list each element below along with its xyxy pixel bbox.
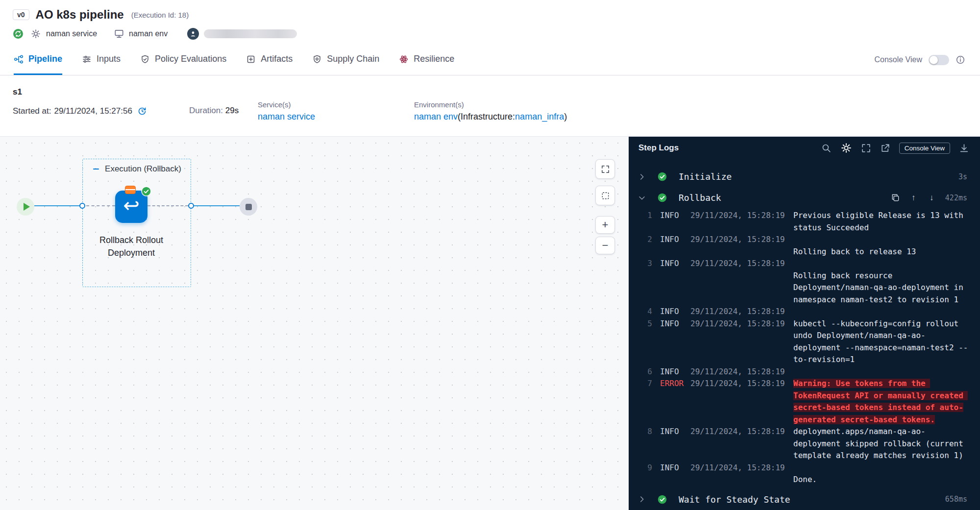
zoom-out-button[interactable]: − (595, 237, 615, 254)
tab-label: Artifacts (261, 54, 293, 64)
header-environment-name[interactable]: naman env (129, 29, 168, 38)
play-icon (24, 203, 30, 211)
infrastructure-suffix: ) (564, 112, 567, 121)
cd-module-icon (13, 28, 24, 39)
artifacts-icon (246, 54, 256, 64)
log-timestamp: 29/11/2024, 15:28:19 (690, 258, 786, 270)
scroll-down-icon[interactable]: ↓ (927, 193, 936, 202)
supply-chain-icon (312, 54, 322, 64)
copy-icon[interactable] (891, 193, 900, 202)
tab-artifacts[interactable]: Artifacts (246, 45, 293, 75)
edge-group-to-end (194, 205, 240, 206)
log-section-rollback[interactable]: Rollback ↑ ↓ 422ms (629, 187, 980, 208)
connector-dot (79, 203, 85, 209)
edge-group-to-step (86, 205, 115, 206)
log-level: INFO (660, 318, 686, 330)
environment-icon (114, 28, 124, 39)
line-number: 3 (632, 258, 652, 270)
zoom-in-button[interactable]: + (595, 216, 615, 234)
log-message: Previous eligible Release is 13 with sta… (793, 210, 969, 234)
header-service-name[interactable]: naman service (46, 29, 97, 38)
edge-start-to-group (34, 205, 79, 206)
section-label: Wait for Steady State (679, 494, 790, 505)
log-level: INFO (660, 366, 686, 378)
pipeline-canvas[interactable]: Execution (Rollback) ↩ Rollback Rollout … (0, 137, 629, 510)
connector-dot (188, 203, 194, 209)
log-line-4: 4INFO29/11/2024, 15:28:19 (632, 306, 980, 318)
log-message: Rolling back to release 13 (793, 234, 969, 258)
resilience-icon (399, 54, 409, 64)
tab-label: Resilience (414, 54, 454, 64)
line-number: 1 (632, 210, 652, 222)
console-view-toggle[interactable] (929, 55, 949, 65)
collapse-minus-icon[interactable] (92, 165, 100, 173)
console-view-button[interactable]: Console View (899, 143, 950, 154)
success-badge-icon (141, 186, 151, 196)
avatar (187, 28, 199, 40)
search-icon[interactable] (821, 143, 832, 153)
tab-label: Supply Chain (327, 54, 379, 64)
log-timestamp: 29/11/2024, 15:28:19 (690, 462, 786, 474)
log-level: INFO (660, 210, 686, 222)
service-link[interactable]: naman service (258, 112, 315, 121)
started-at-label: Started at: (13, 106, 51, 116)
settings-gear-icon[interactable] (840, 142, 852, 154)
stage-name[interactable]: s1 (13, 87, 189, 97)
tab-policy-evaluations[interactable]: Policy Evaluations (140, 45, 226, 75)
tab-resilience[interactable]: Resilience (399, 45, 454, 75)
open-in-new-icon[interactable] (880, 143, 890, 153)
step-rollback-rollout-deployment[interactable]: ↩ (115, 191, 147, 223)
log-line-9: 9INFO29/11/2024, 15:28:19 Done. (632, 462, 980, 486)
success-check-icon (657, 193, 667, 203)
download-icon[interactable] (959, 143, 969, 153)
scroll-up-icon[interactable]: ↑ (909, 193, 918, 202)
briefcase-badge-icon (125, 186, 136, 194)
chevron-right-icon (637, 172, 646, 181)
log-level: INFO (660, 426, 686, 438)
canvas-multiselect-button[interactable] (595, 186, 615, 205)
pipeline-icon (14, 54, 24, 64)
tab-bar: PipelineInputsPolicy EvaluationsArtifact… (0, 45, 980, 75)
line-number: 9 (632, 462, 652, 474)
log-section-wait-for-steady-state[interactable]: Wait for Steady State 658ms (629, 489, 980, 510)
environment-link[interactable]: naman env (414, 112, 458, 121)
stage-summary-bar: s1 Started at: 29/11/2024, 15:27:56 Dura… (0, 75, 980, 137)
execution-rollback-group[interactable]: Execution (Rollback) (82, 159, 191, 287)
tab-label: Policy Evaluations (155, 54, 226, 64)
info-icon[interactable] (956, 55, 965, 65)
console-view-label: Console View (874, 55, 922, 64)
log-level: INFO (660, 234, 686, 246)
infrastructure-prefix: (Infrastructure: (458, 112, 515, 121)
fullscreen-icon[interactable] (861, 143, 871, 153)
end-node (240, 198, 257, 216)
canvas-fullscreen-button[interactable] (595, 159, 615, 179)
log-section-initialize[interactable]: Initialize 3s (629, 166, 980, 187)
page-title: AO k8s pipeline (36, 8, 124, 22)
log-line-7: 7ERROR29/11/2024, 15:28:19Warning: Use t… (632, 378, 980, 426)
section-duration: 422ms (945, 194, 967, 202)
log-timestamp: 29/11/2024, 15:28:19 (690, 378, 786, 390)
tab-inputs[interactable]: Inputs (82, 45, 121, 75)
log-message: Done. (793, 462, 969, 486)
canvas-controls: + − (595, 159, 615, 254)
log-lines: 1INFO29/11/2024, 15:28:19Previous eligib… (629, 208, 980, 489)
step-label: Rollback Rollout Deployment (87, 234, 175, 259)
log-level: ERROR (660, 378, 686, 390)
line-number: 5 (632, 318, 652, 330)
services-label: Service(s) (258, 100, 414, 109)
history-icon[interactable] (137, 106, 147, 116)
chevron-down-icon (637, 194, 646, 202)
line-number: 4 (632, 306, 652, 318)
app-root: v0 AO k8s pipeline (Execution Id: 18) na… (0, 0, 980, 510)
line-number: 6 (632, 366, 652, 378)
infrastructure-link[interactable]: naman_infra (515, 112, 564, 121)
tab-list: PipelineInputsPolicy EvaluationsArtifact… (14, 45, 474, 75)
log-line-3: 3INFO29/11/2024, 15:28:19 Rolling back r… (632, 258, 980, 306)
version-badge: v0 (13, 9, 29, 20)
success-check-icon (657, 494, 667, 505)
tab-supply-chain[interactable]: Supply Chain (312, 45, 379, 75)
gear-icon[interactable] (30, 28, 41, 39)
chevron-right-icon (637, 495, 646, 504)
log-timestamp: 29/11/2024, 15:28:19 (690, 210, 786, 222)
tab-pipeline[interactable]: Pipeline (14, 45, 62, 75)
